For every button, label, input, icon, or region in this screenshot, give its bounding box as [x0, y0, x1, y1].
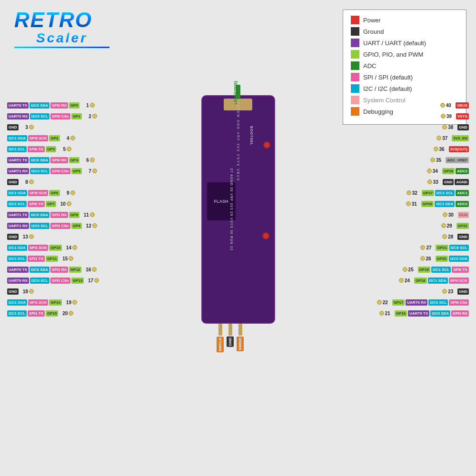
pin-number: 21	[385, 311, 394, 316]
gp-label: GP9	[71, 223, 82, 229]
pin-dot	[70, 190, 75, 195]
pin-number: 1	[80, 103, 89, 108]
pin-row-right: GND28	[442, 231, 469, 242]
pin-number: 23	[448, 289, 456, 294]
legend-item: GPIO, PIO, and PWM	[351, 50, 458, 59]
pin-label: SPI1 CSn	[50, 278, 70, 284]
pin-number: 37	[442, 136, 451, 141]
gp-label: GP20	[436, 256, 448, 262]
pin-label: I2C1 SDA	[7, 245, 27, 251]
pin-number: 17	[85, 278, 93, 283]
pin-dot	[442, 125, 447, 129]
pin-number: 39	[446, 114, 455, 119]
pin-row-right: AGNDGND33	[427, 177, 469, 187]
pin-label: I2C0 SCL	[428, 299, 448, 306]
pin-dot	[29, 289, 34, 294]
pin-label: UART0 RX	[7, 278, 29, 284]
gp-label: GP6	[49, 190, 60, 196]
gp-label: GND	[7, 179, 19, 185]
pin-label: I2C1 SDA	[7, 299, 27, 306]
pin-label: SPI0 TX	[28, 201, 45, 207]
pin-row-left: I2C1 SDASPI1 SCKGP1014	[7, 242, 77, 253]
pin-row-right: SPI0 TXI2C1 SCLGP1925	[403, 264, 469, 275]
pin-label: UART0 RX	[406, 299, 427, 306]
pin-label: SPI1 RX	[50, 212, 68, 218]
pin-row-left: UART1 RXI2C0 SCLSPI1 CSnGP912	[7, 220, 97, 231]
pin-dot	[441, 223, 446, 228]
pin-label: SPI0 RX	[451, 310, 469, 317]
pin-label: UART0 TX	[7, 102, 29, 109]
pin-label: I2C0 SCL	[30, 168, 50, 174]
pin-dot	[94, 278, 99, 283]
gp-label: GP10	[49, 245, 61, 251]
pin-number: 40	[446, 103, 455, 108]
gp-label: GND	[443, 179, 454, 185]
gp-label: GP19	[418, 267, 430, 273]
bottom-pins: SWCLKGNDSWDIO	[217, 324, 244, 352]
legend-color-box	[351, 39, 359, 47]
pin-dot	[29, 179, 34, 184]
pin-label: UART1 RX	[7, 168, 29, 174]
bottom-pin-label: SWDIO	[237, 337, 244, 351]
gp-label: GP18	[414, 278, 426, 284]
pin-dot	[443, 212, 447, 217]
pin-label: ADC0	[456, 201, 469, 207]
pin-label: SPI0 RX	[50, 102, 68, 109]
pin-dot	[441, 114, 446, 119]
gp-label: GP22	[456, 223, 469, 229]
legend-item: Power	[351, 16, 458, 24]
legend-label: GPIO, PIO, and PWM	[363, 51, 423, 58]
pin-label: SPI0 CSn	[449, 299, 469, 306]
pin-row-right: ADC0I2C1 SDAGP2631	[406, 198, 469, 209]
legend-color-box	[351, 61, 359, 70]
pin-number: 18	[20, 289, 28, 294]
pin-dot	[90, 212, 95, 217]
pin-label: I2C0 SDA	[30, 212, 50, 218]
pin-number: 5	[57, 147, 66, 152]
legend-item: SPI / SPI (default)	[351, 73, 458, 81]
pin-label: SPI0 SCK	[28, 135, 48, 141]
gp-label: GP21	[436, 245, 448, 251]
pin-label: UART0 TX	[7, 267, 29, 273]
legend-color-box	[351, 27, 359, 36]
board-right-labels: 27 AGND 28 VRF 3V3 29 VSYS 30 RUN 22	[230, 168, 233, 250]
pin-label: SPI1 TX	[28, 310, 45, 317]
pin-row-right: ADC1I2C1 SCLGP2732	[407, 188, 469, 198]
pin-dot	[403, 267, 407, 272]
pin-number: 3	[20, 125, 28, 130]
pin-number: 27	[426, 245, 435, 250]
pin-label: SPI0 CSn	[50, 113, 70, 119]
pin-label: I2C1 SCL	[7, 201, 27, 207]
pin-label: I2C1 SDA	[435, 201, 455, 207]
pin-row-left: UART0 TXI2C0 SDASPI0 RXGP01	[7, 100, 95, 110]
pin-number: 8	[20, 179, 28, 185]
pin-dot	[69, 311, 73, 316]
pin-number: 2	[83, 114, 91, 119]
pin-row-left: UART1 TXI2C0 SDASPI0 RXGP46	[7, 155, 95, 165]
gp-label: GP1	[71, 113, 82, 119]
pin-number: 35	[436, 158, 445, 163]
pin-label: I2C1 SCL	[431, 267, 451, 273]
pin-dot	[67, 201, 71, 206]
pin-label: UART0 RX	[7, 113, 29, 119]
gp-label: 3V3(OUT)	[449, 146, 469, 152]
pin-number: 38	[448, 125, 456, 130]
gp-label: GP17	[392, 299, 405, 306]
pin-number: 15	[59, 256, 68, 261]
gp-label: GP15	[46, 310, 58, 317]
pin-label: ADC1	[456, 190, 469, 196]
gp-label: GND	[7, 234, 19, 240]
pin-label: SPI0 TX	[28, 146, 45, 152]
gp-label: GP7	[46, 201, 56, 207]
pin-row-right: 3V3_EN37	[436, 133, 469, 143]
pin-label: I2C0 SDA	[30, 267, 50, 273]
bottom-pin-bar	[218, 324, 222, 336]
gp-label: 3V3_EN	[452, 135, 469, 141]
pin-label: I2C1 SCL	[435, 190, 455, 196]
pin-row-right: I2C0 SDAGP2026	[420, 253, 469, 264]
pin-number: 34	[433, 169, 441, 174]
pin-number: 16	[82, 267, 91, 272]
pin-dot	[69, 256, 73, 261]
pin-label: AGND	[455, 179, 469, 185]
pin-number: 6	[80, 158, 89, 163]
